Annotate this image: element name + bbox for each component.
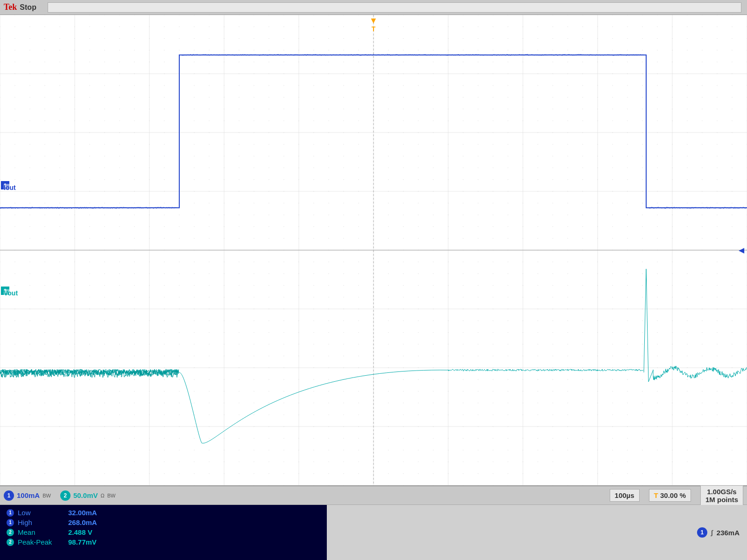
top-bar: Tek Stop bbox=[0, 0, 747, 15]
integral-icon: ∫ bbox=[711, 529, 713, 536]
meas-ch2-dot: 2 bbox=[7, 529, 14, 536]
measurement-row: 2Mean2.488 V bbox=[7, 528, 320, 536]
trigger-t-icon: T bbox=[654, 491, 660, 499]
measurement-value: 268.0mA bbox=[68, 518, 97, 526]
right-trigger-arrow: ◄ bbox=[737, 245, 746, 256]
bottom-bar: 1 100mA BW 2 50.0mV Ω BW 100µs T 30 bbox=[0, 485, 747, 560]
measurement-label: Mean bbox=[18, 528, 64, 536]
measurement-value: 98.77mV bbox=[68, 538, 97, 546]
measurement-label: Peak-Peak bbox=[18, 538, 64, 546]
timebase-scale[interactable]: 100µs bbox=[610, 489, 640, 502]
waveform-display: ▼ T 1 Iout 2 Vout ◄ bbox=[0, 15, 747, 485]
ch2-indicator: 2 50.0mV Ω BW bbox=[60, 490, 116, 501]
right-info-panel: 1 ∫ 236mA bbox=[327, 505, 747, 560]
ch1-summary-circle: 1 bbox=[697, 527, 707, 538]
waveform-canvas bbox=[0, 15, 747, 485]
meas-ch1-dot: 1 bbox=[7, 519, 14, 526]
trigger-marker: ▼ bbox=[369, 16, 378, 26]
measurement-label: Low bbox=[18, 509, 64, 517]
ch1-indicator: 1 100mA BW bbox=[4, 490, 51, 501]
ch2-label: Vout bbox=[4, 289, 18, 297]
measurement-label: High bbox=[18, 518, 64, 526]
ch2-coupling: BW bbox=[107, 493, 116, 498]
measurement-row: 1High268.0mA bbox=[7, 518, 320, 526]
timebase-section: 100µs T 30.00 % 1.00GS/s 1M points bbox=[610, 485, 743, 506]
oscilloscope-display: Tek Stop ▼ T 1 Iout 2 Vout ◄ 1 100mA bbox=[0, 0, 747, 560]
ch1-summary-value: 236mA bbox=[717, 529, 740, 537]
run-stop-status[interactable]: Stop bbox=[20, 3, 36, 12]
bottom-info-row: 1Low32.00mA1High268.0mA2Mean2.488 V2Peak… bbox=[0, 505, 747, 560]
ch2-suffix: Ω bbox=[100, 493, 104, 498]
ch1-scale: 100mA bbox=[17, 491, 40, 499]
meas-ch1-dot: 1 bbox=[7, 509, 14, 517]
ch1-label: Iout bbox=[4, 184, 16, 191]
channel-scale-bar: 1 100mA BW 2 50.0mV Ω BW 100µs T 30 bbox=[0, 486, 747, 505]
trigger-t-label: T bbox=[372, 25, 376, 33]
brand-logo: Tek bbox=[4, 2, 17, 12]
ch1-coupling: BW bbox=[42, 493, 51, 498]
ch2-scale: 50.0mV bbox=[73, 491, 98, 499]
measurement-row: 2Peak-Peak98.77mV bbox=[7, 538, 320, 546]
ch1-circle[interactable]: 1 bbox=[4, 490, 14, 501]
measurement-value: 2.488 V bbox=[68, 528, 92, 536]
ch1-measurement-summary: 1 ∫ 236mA bbox=[697, 527, 740, 538]
measurement-value: 32.00mA bbox=[68, 509, 97, 517]
sample-rate: 1.00GS/s 1M points bbox=[700, 485, 743, 506]
top-bar-middle bbox=[48, 2, 741, 13]
ch2-circle[interactable]: 2 bbox=[60, 490, 70, 501]
trigger-position[interactable]: T 30.00 % bbox=[649, 489, 691, 502]
measurements-panel: 1Low32.00mA1High268.0mA2Mean2.488 V2Peak… bbox=[0, 505, 327, 560]
meas-ch2-dot: 2 bbox=[7, 539, 14, 546]
measurement-row: 1Low32.00mA bbox=[7, 509, 320, 517]
